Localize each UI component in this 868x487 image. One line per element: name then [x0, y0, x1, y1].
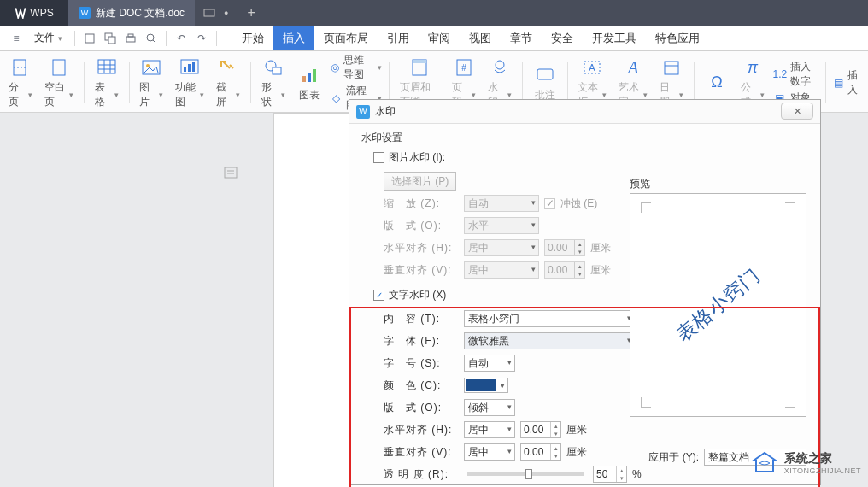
titlebar: WPS W 新建 DOC 文档.doc ● +	[0, 0, 868, 26]
dialog-icon: W	[356, 105, 370, 119]
mindmap-button[interactable]: ◎思维导图▾	[330, 53, 382, 82]
dialog-close-button[interactable]: ✕	[781, 103, 813, 120]
tab-insert[interactable]: 插入	[273, 26, 314, 50]
font-label: 字 体 (F):	[384, 334, 459, 349]
svg-point-30	[496, 61, 504, 69]
tab-apps[interactable]: 特色应用	[646, 26, 709, 50]
print-preview-icon[interactable]	[142, 29, 161, 48]
document-name: 新建 DOC 文档.doc	[96, 6, 185, 21]
svg-rect-23	[302, 76, 306, 82]
comment-button[interactable]: 批注	[530, 63, 560, 103]
layout-label: 版 式 (O):	[384, 219, 459, 233]
dialog-titlebar[interactable]: W 水印 ✕	[349, 100, 820, 124]
picture-button[interactable]: 图片▾	[136, 56, 167, 109]
doc-icon: W	[79, 7, 91, 19]
symbol-button[interactable]: Ω	[701, 70, 732, 95]
valign-unit: 厘米	[590, 263, 611, 278]
shape-button[interactable]: 形状▾	[258, 56, 289, 109]
preview-label: 预览	[630, 177, 806, 191]
featured-button[interactable]: 功能图▾	[172, 56, 208, 109]
tab-layout[interactable]: 页面布局	[314, 26, 378, 50]
tab-view[interactable]: 视图	[460, 26, 501, 50]
document-tab[interactable]: W 新建 DOC 文档.doc	[68, 0, 195, 26]
chart-button[interactable]: 图表	[294, 63, 325, 103]
svg-rect-1	[85, 34, 94, 43]
layout2-select[interactable]: 倾斜▾	[464, 399, 515, 416]
text-watermark-checkbox[interactable]	[373, 290, 384, 301]
valign2-select[interactable]: 居中▾	[464, 443, 515, 461]
tab-utilities: ●	[195, 0, 237, 26]
size-select[interactable]: 自动▾	[464, 355, 515, 372]
valign-spinner[interactable]: 0.00▴▾	[544, 261, 585, 279]
layout-select[interactable]: 水平▾	[464, 217, 539, 234]
tab-section[interactable]: 章节	[501, 26, 542, 50]
tab-home[interactable]: 开始	[232, 26, 273, 50]
valign2-unit: 厘米	[566, 445, 587, 460]
valign2-spinner[interactable]: 0.00▴▾	[520, 443, 561, 461]
select-picture-button[interactable]: 选择图片 (P)	[384, 172, 456, 191]
valign-select[interactable]: 居中▾	[464, 261, 539, 279]
save-icon[interactable]	[80, 29, 99, 48]
app-logo[interactable]: WPS	[0, 0, 68, 26]
svg-text:#: #	[461, 63, 466, 73]
screenshot-button[interactable]: 截屏▾	[213, 56, 243, 109]
brand-icon	[750, 451, 779, 475]
halign2-spinner[interactable]: 0.00▴▾	[520, 421, 561, 438]
opacity-label: 透 明 度 (R):	[384, 467, 459, 482]
file-menu[interactable]: 文件 ▾	[27, 26, 69, 50]
svg-text:A: A	[589, 62, 596, 73]
content-select[interactable]: 表格小窍门▾	[464, 310, 635, 327]
svg-rect-27	[413, 60, 426, 63]
brand-url: XITONGZHIJIA.NET	[784, 466, 861, 475]
layout2-label: 版 式 (O):	[384, 401, 459, 415]
opacity-unit: %	[632, 468, 642, 480]
insert-number-button[interactable]: 1.2插入数字	[773, 60, 819, 89]
opacity-spinner[interactable]: 50▴▾	[593, 466, 627, 483]
svg-rect-0	[204, 9, 214, 16]
save-as-icon[interactable]	[101, 29, 120, 48]
opacity-slider[interactable]	[467, 472, 584, 476]
tab-developer[interactable]: 开发工具	[583, 26, 646, 50]
dialog-title: 水印	[375, 104, 396, 119]
tab-references[interactable]: 引用	[378, 26, 419, 50]
font-select[interactable]: 微软雅黑▾	[464, 332, 635, 349]
section-label: 水印设置	[361, 131, 808, 145]
halign2-select[interactable]: 居中▾	[464, 421, 515, 438]
undo-icon[interactable]: ↶	[172, 29, 191, 48]
svg-rect-22	[273, 67, 281, 74]
menubar: ≡ 文件 ▾ ↶ ↷ 开始 插入 页面布局 引用 审阅 视图 章节 安全 开发工…	[0, 26, 868, 51]
brand-watermark: 系统之家 XITONGZHIJIA.NET	[750, 451, 861, 475]
zoom-select[interactable]: 自动▾	[464, 195, 539, 212]
svg-rect-36	[225, 167, 237, 178]
insert-button[interactable]: ▤插入	[833, 68, 863, 97]
tab-security[interactable]: 安全	[542, 26, 583, 50]
new-tab-button[interactable]: +	[237, 0, 265, 26]
print-icon[interactable]	[121, 29, 140, 48]
halign-select[interactable]: 居中▾	[464, 239, 539, 256]
picture-watermark-checkbox[interactable]	[373, 152, 384, 163]
halign-spinner[interactable]: 0.00▴▾	[544, 239, 585, 256]
table-button[interactable]: 表格▾	[91, 56, 122, 109]
zoom-label: 缩 放 (Z):	[384, 197, 459, 211]
washout-checkbox[interactable]: ✓	[544, 198, 555, 209]
text-watermark-label: 文字水印 (X)	[389, 288, 446, 302]
brand-name: 系统之家	[784, 451, 861, 466]
redo-icon[interactable]: ↷	[192, 29, 211, 48]
app-logo-text: WPS	[30, 7, 53, 19]
tab-review[interactable]: 审阅	[419, 26, 460, 50]
svg-rect-20	[192, 62, 195, 72]
svg-rect-7	[14, 60, 26, 75]
outline-icon[interactable]	[222, 164, 239, 181]
blank-page-button[interactable]: 空白页▾	[41, 56, 77, 109]
tab-dropdown-icon[interactable]: ●	[224, 9, 228, 17]
window-icon[interactable]	[203, 8, 215, 18]
valign2-label: 垂直对齐 (V):	[384, 445, 459, 460]
svg-rect-5	[128, 34, 133, 37]
svg-rect-9	[53, 60, 65, 75]
preview-pane: 预览 表格小窍门	[630, 177, 806, 417]
watermark-dialog: W 水印 ✕ 水印设置 图片水印 (I): 选择图片 (P) 缩 放 (Z): …	[349, 99, 821, 485]
svg-rect-19	[188, 64, 191, 72]
hamburger-icon[interactable]: ≡	[7, 29, 26, 48]
color-picker[interactable]: ▾	[464, 378, 508, 393]
page-break-button[interactable]: 分页▾	[5, 56, 36, 109]
